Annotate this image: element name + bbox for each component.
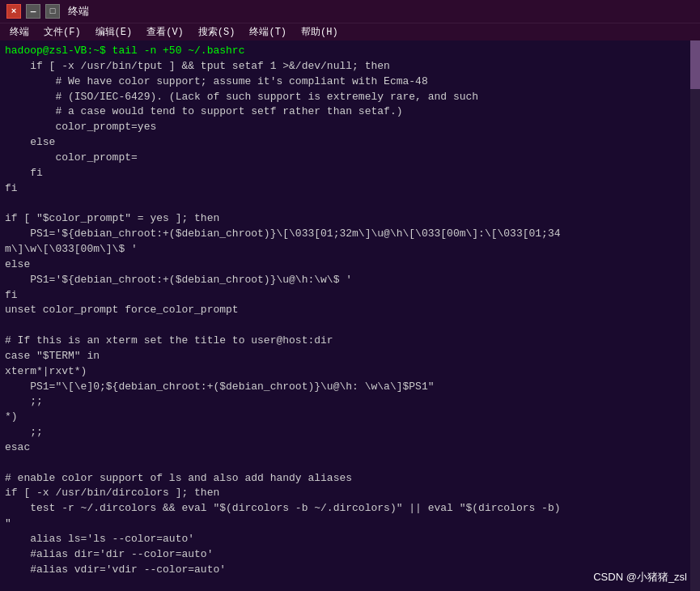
watermark: CSDN @小猪猪_zsl: [593, 570, 687, 585]
menu-terminal2[interactable]: 终端(T): [243, 23, 293, 40]
terminal-window: × — □ 终端 终端 文件(F) 编辑(E) 查看(V) 搜索(S) 终端(T…: [0, 0, 700, 591]
menu-edit[interactable]: 编辑(E): [89, 23, 139, 40]
window-title: 终端: [68, 4, 89, 19]
title-bar: × — □ 终端: [0, 0, 700, 23]
scrollbar[interactable]: [690, 40, 700, 591]
menu-view[interactable]: 查看(V): [140, 23, 190, 40]
maximize-button[interactable]: □: [45, 4, 60, 19]
terminal-content: hadoop@zsl-VB:~$ tail -n +50 ~/.bashrc i…: [5, 44, 695, 591]
close-button[interactable]: ×: [6, 4, 21, 19]
menu-file[interactable]: 文件(F): [37, 23, 87, 40]
terminal-body[interactable]: hadoop@zsl-VB:~$ tail -n +50 ~/.bashrc i…: [0, 40, 700, 591]
scrollbar-thumb[interactable]: [690, 40, 700, 89]
menu-search[interactable]: 搜索(S): [192, 23, 242, 40]
menu-bar: 终端 文件(F) 编辑(E) 查看(V) 搜索(S) 终端(T) 帮助(H): [0, 23, 700, 40]
minimize-button[interactable]: —: [26, 4, 40, 19]
menu-terminal[interactable]: 终端: [3, 23, 36, 40]
menu-help[interactable]: 帮助(H): [295, 23, 345, 40]
